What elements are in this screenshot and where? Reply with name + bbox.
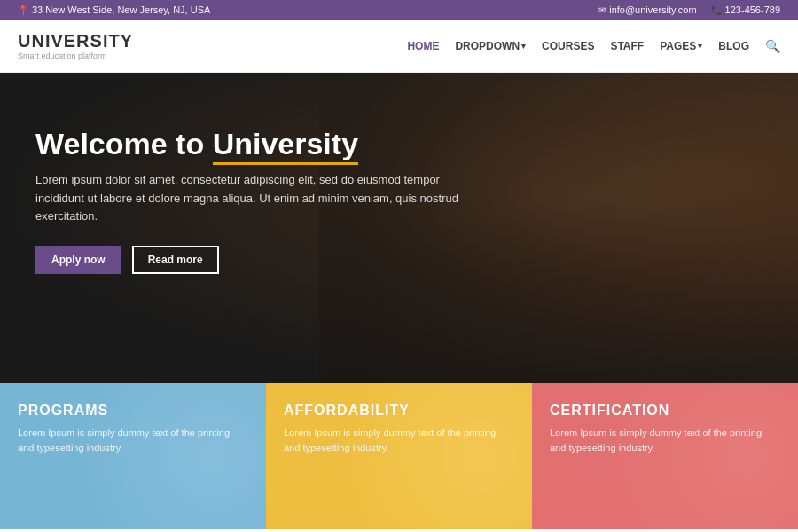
phone-text: 123-456-789 bbox=[725, 4, 780, 15]
search-icon[interactable]: 🔍 bbox=[765, 39, 780, 53]
address-text: 33 New West Side, New Jersey, NJ, USA bbox=[32, 4, 210, 15]
affordability-card-title: AFFORDABILITY bbox=[284, 403, 514, 419]
logo-subtitle: Smart education platform bbox=[18, 51, 133, 60]
footer-url: heritagechristiancollege.com bbox=[18, 469, 248, 479]
email-text: info@university.com bbox=[609, 4, 696, 15]
programs-card-desc: Lorem Ipsum is simply dummy text of the … bbox=[18, 426, 248, 455]
programs-card-content: PROGRAMS Lorem Ipsum is simply dummy tex… bbox=[18, 403, 248, 455]
affordability-card: AFFORDABILITY Lorem Ipsum is simply dumm… bbox=[266, 383, 532, 529]
hero-section: Welcome to University Lorem ipsum dolor … bbox=[0, 73, 798, 383]
email-item: info@university.com bbox=[598, 4, 696, 15]
read-more-button[interactable]: Read more bbox=[132, 246, 219, 274]
email-icon bbox=[598, 4, 606, 15]
hero-content: Welcome to University Lorem ipsum dolor … bbox=[35, 126, 461, 274]
site-header: UNIVERSITY Smart education platform HOME… bbox=[0, 20, 798, 73]
affordability-card-desc: Lorem Ipsum is simply dummy text of the … bbox=[284, 426, 514, 455]
logo-title: UNIVERSITY bbox=[18, 31, 133, 51]
top-bar-right: info@university.com 123-456-789 bbox=[598, 4, 780, 15]
address-item: 33 New West Side, New Jersey, NJ, USA bbox=[18, 4, 210, 15]
certification-card-desc: Lorem Ipsum is simply dummy text of the … bbox=[550, 426, 780, 455]
programs-card: PROGRAMS Lorem Ipsum is simply dummy tex… bbox=[0, 383, 266, 529]
location-icon bbox=[18, 4, 28, 15]
affordability-card-content: AFFORDABILITY Lorem Ipsum is simply dumm… bbox=[284, 403, 514, 455]
apply-now-button[interactable]: Apply now bbox=[35, 246, 121, 274]
nav-courses[interactable]: COURSES bbox=[542, 40, 594, 52]
certification-card: CERTIFICATION Lorem Ipsum is simply dumm… bbox=[532, 383, 798, 529]
dropdown-arrow-1: ▾ bbox=[521, 42, 526, 51]
main-nav: HOME DROPDOWN ▾ COURSES STAFF PAGES ▾ BL… bbox=[407, 39, 780, 53]
dropdown-arrow-2: ▾ bbox=[698, 42, 702, 51]
feature-cards: PROGRAMS Lorem Ipsum is simply dummy tex… bbox=[0, 383, 798, 529]
nav-blog[interactable]: BLOG bbox=[718, 40, 749, 52]
hero-title: Welcome to University bbox=[35, 126, 461, 162]
nav-staff[interactable]: STAFF bbox=[610, 40, 644, 52]
logo: UNIVERSITY Smart education platform bbox=[18, 31, 133, 60]
certification-card-title: CERTIFICATION bbox=[550, 403, 780, 419]
nav-pages[interactable]: PAGES ▾ bbox=[660, 40, 702, 52]
hero-description: Lorem ipsum dolor sit amet, consectetur … bbox=[35, 171, 461, 226]
phone-icon bbox=[711, 4, 722, 15]
nav-home[interactable]: HOME bbox=[407, 40, 439, 52]
programs-card-title: PROGRAMS bbox=[18, 403, 248, 419]
phone-item: 123-456-789 bbox=[711, 4, 780, 15]
hero-title-highlight: University bbox=[213, 127, 358, 165]
nav-dropdown[interactable]: DROPDOWN ▾ bbox=[455, 40, 526, 52]
top-bar-left: 33 New West Side, New Jersey, NJ, USA bbox=[18, 4, 210, 15]
hero-buttons: Apply now Read more bbox=[35, 246, 461, 274]
top-bar: 33 New West Side, New Jersey, NJ, USA in… bbox=[0, 0, 798, 20]
certification-card-content: CERTIFICATION Lorem Ipsum is simply dumm… bbox=[550, 403, 780, 455]
